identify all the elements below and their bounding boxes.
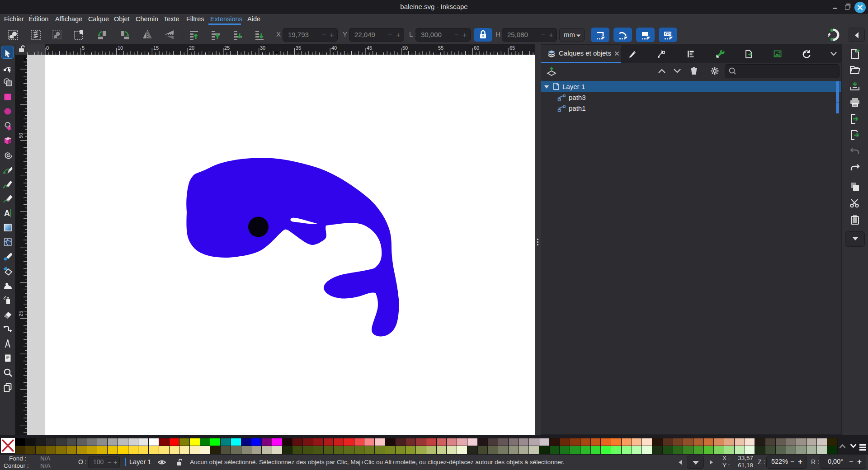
svg-text:A: A — [4, 209, 10, 218]
